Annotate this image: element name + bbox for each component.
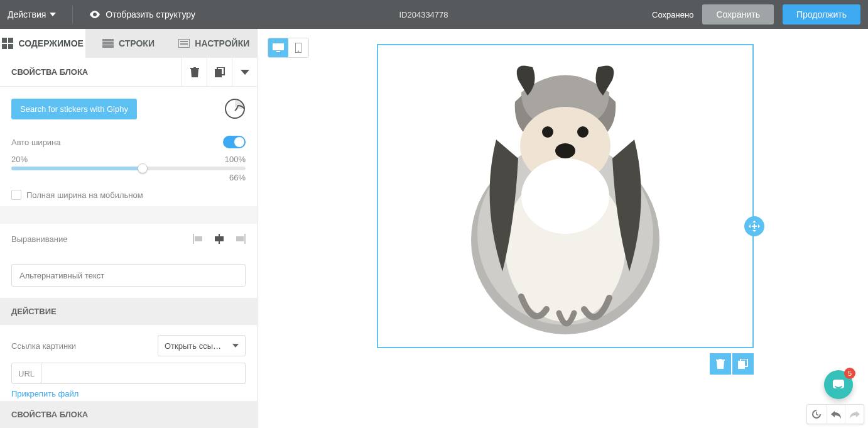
svg-rect-8 [180, 41, 188, 42]
svg-rect-16 [215, 236, 224, 241]
block-duplicate-button[interactable] [732, 353, 754, 375]
history-toolbar [806, 404, 864, 424]
copy-icon [738, 359, 748, 369]
align-right-button[interactable] [233, 234, 246, 244]
tab-content-label: СОДЕРЖИМОЕ [18, 38, 84, 48]
move-handle[interactable] [744, 216, 764, 236]
delete-block-button[interactable] [182, 58, 207, 87]
align-left-button[interactable] [193, 234, 205, 244]
tab-rows-label: СТРОКИ [119, 38, 155, 48]
eye-icon [89, 11, 100, 18]
slider-value: 66% [11, 173, 246, 182]
svg-rect-2 [2, 44, 7, 49]
block-properties-title: СВОЙСТВА БЛОКА [11, 67, 88, 77]
svg-rect-17 [244, 234, 246, 244]
canvas-area: 5 [258, 29, 868, 428]
history-icon [811, 409, 822, 419]
grid-icon [2, 38, 13, 49]
svg-rect-14 [195, 236, 202, 241]
desktop-view-button[interactable] [268, 38, 288, 57]
chat-badge: 5 [844, 368, 855, 379]
redo-icon [850, 410, 860, 419]
mobile-view-button[interactable] [288, 38, 308, 57]
intercom-chat-button[interactable]: 5 [824, 370, 853, 399]
actions-dropdown[interactable]: Действия [8, 9, 56, 19]
undo-icon [831, 410, 841, 419]
move-icon [749, 221, 760, 232]
svg-rect-0 [2, 38, 7, 43]
trash-icon [716, 359, 725, 369]
url-input[interactable] [41, 363, 246, 384]
duplicate-block-button[interactable] [207, 58, 232, 87]
align-center-button[interactable] [213, 234, 225, 244]
svg-rect-9 [180, 43, 188, 45]
block-delete-button[interactable] [710, 353, 731, 375]
svg-rect-10 [215, 69, 222, 77]
giphy-search-button[interactable]: Search for stickers with Giphy [11, 99, 137, 119]
link-action-value: Открыть ссы… [165, 341, 221, 351]
image-link-label: Ссылка картинки [11, 341, 76, 351]
chevron-down-icon [50, 13, 56, 16]
mobile-icon [295, 43, 301, 53]
top-bar: Действия Отобразить структуру ID20433477… [0, 0, 868, 29]
svg-rect-4 [102, 39, 114, 41]
link-action-select[interactable]: Открыть ссы… [158, 335, 246, 356]
auto-width-label: Авто ширина [11, 138, 61, 147]
history-button[interactable] [807, 405, 826, 424]
chevron-down-icon [241, 70, 249, 75]
svg-rect-5 [102, 42, 114, 45]
full-mobile-checkbox[interactable] [11, 190, 21, 200]
divider [72, 6, 73, 23]
tab-settings-label: НАСТРОЙКИ [195, 38, 249, 48]
svg-rect-13 [193, 234, 194, 244]
block-properties-header: СВОЙСТВА БЛОКА [0, 58, 257, 87]
actions-label: Действия [8, 9, 46, 19]
svg-rect-1 [8, 38, 13, 43]
svg-rect-19 [273, 43, 284, 50]
document-id: ID204334778 [195, 10, 652, 19]
sidebar: СОДЕРЖИМОЕ СТРОКИ НАСТРОЙКИ СВОЙСТВА БЛО… [0, 29, 258, 428]
rows-icon [102, 39, 114, 48]
url-prefix-label: URL [11, 363, 41, 384]
tab-settings[interactable]: НАСТРОЙКИ [171, 29, 257, 58]
sticker-icon [224, 98, 246, 119]
block-properties-footer: СВОЙСТВА БЛОКА [0, 401, 257, 428]
saved-status: Сохранено [652, 10, 693, 19]
auto-width-toggle[interactable] [223, 136, 246, 148]
slider-thumb[interactable] [138, 163, 148, 173]
dog-image [458, 58, 672, 334]
copy-icon [215, 67, 225, 77]
undo-button[interactable] [826, 405, 845, 424]
attach-file-link[interactable]: Прикрепить файл [11, 389, 79, 398]
settings-icon [178, 39, 190, 48]
svg-rect-20 [276, 51, 280, 52]
slider-min-label: 20% [11, 155, 28, 164]
show-structure-toggle[interactable]: Отобразить структуру [89, 9, 195, 19]
width-slider[interactable] [11, 167, 246, 170]
chat-icon [832, 378, 845, 392]
action-section-header: ДЕЙСТВИЕ [0, 298, 257, 325]
tab-rows[interactable]: СТРОКИ [85, 29, 171, 58]
svg-rect-18 [236, 236, 244, 241]
svg-rect-36 [833, 380, 844, 388]
svg-rect-34 [738, 361, 745, 369]
save-button[interactable]: Сохранить [702, 4, 774, 25]
alt-text-input[interactable] [11, 264, 246, 287]
svg-rect-3 [8, 44, 13, 49]
svg-point-33 [521, 158, 609, 234]
trash-icon [190, 67, 199, 77]
show-structure-label: Отобразить структуру [106, 9, 195, 19]
svg-rect-6 [102, 45, 114, 48]
svg-point-31 [555, 143, 575, 158]
svg-point-30 [577, 126, 589, 138]
svg-point-29 [542, 126, 553, 138]
slider-max-label: 100% [225, 155, 246, 164]
svg-point-22 [298, 51, 299, 52]
full-mobile-label: Полная ширина на мобильном [26, 190, 143, 200]
collapse-block-button[interactable] [232, 58, 257, 87]
redo-button[interactable] [845, 405, 864, 424]
continue-button[interactable]: Продолжить [783, 4, 860, 25]
selected-image-block[interactable] [377, 44, 754, 348]
tab-content[interactable]: СОДЕРЖИМОЕ [0, 29, 85, 58]
desktop-icon [273, 43, 284, 52]
